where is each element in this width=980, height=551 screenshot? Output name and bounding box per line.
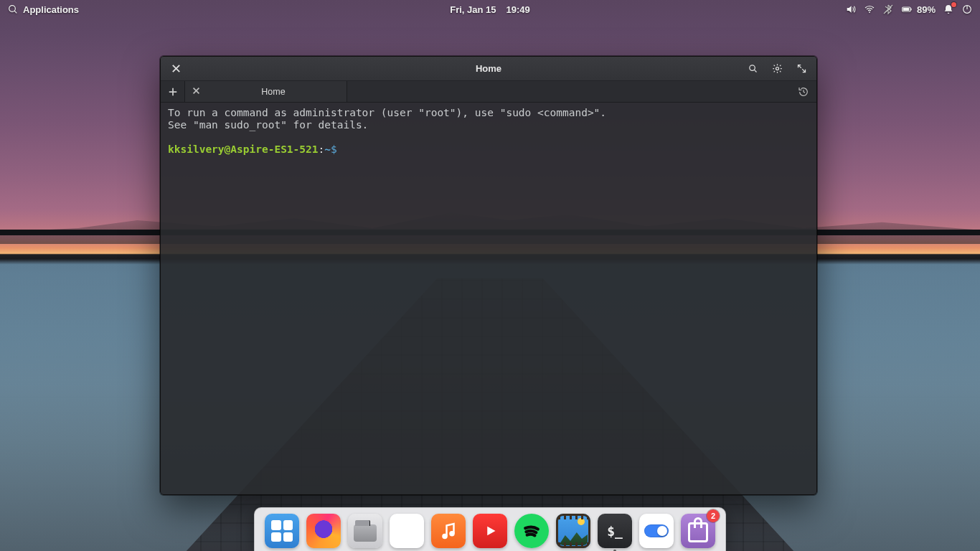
dock-multitasking[interactable] [265, 514, 299, 548]
bluetooth-disabled-indicator[interactable] [882, 4, 894, 15]
svg-point-0 [9, 6, 16, 12]
svg-point-13 [776, 67, 778, 70]
folder-icon [354, 524, 377, 542]
svg-line-12 [754, 70, 756, 72]
panel-date: Fri, Jan 15 [450, 4, 496, 15]
svg-point-2 [869, 11, 870, 13]
svg-point-18 [442, 534, 448, 540]
terminal-window: Home Home [160, 56, 817, 495]
photos-icon [578, 518, 585, 525]
panel-right: 89% [845, 4, 973, 15]
prompt-user-host: kksilvery@Aspire-ES1-521 [168, 143, 319, 155]
terminal-icon: $_ [607, 524, 623, 539]
sound-indicator[interactable] [845, 4, 857, 15]
terminal-line: To run a command as administrator (user … [168, 107, 606, 118]
gear-icon [772, 63, 783, 74]
close-icon [192, 87, 200, 95]
tab-label: Home [207, 87, 339, 97]
battery-indicator[interactable]: 89% [901, 4, 936, 15]
maximize-icon [796, 63, 807, 74]
terminal-menu-button[interactable] [768, 60, 786, 78]
panel-time: 19:49 [507, 4, 530, 15]
prompt-symbol: $ [331, 143, 337, 155]
dock-files[interactable] [348, 514, 382, 548]
spotify-icon [521, 520, 542, 542]
dock-calendar[interactable] [390, 514, 424, 548]
recently-closed-button[interactable] [791, 81, 816, 102]
top-panel: Applications Fri, Jan 15 19:49 89% [0, 0, 980, 19]
toggle-icon [644, 524, 669, 537]
dock-terminal[interactable]: $_ [598, 514, 632, 548]
dock-appcenter[interactable]: 2 [681, 514, 715, 548]
desktop: Applications Fri, Jan 15 19:49 89% [0, 0, 980, 551]
battery-percent: 89% [917, 4, 936, 15]
terminal-search-button[interactable] [743, 60, 762, 78]
applications-label: Applications [23, 4, 79, 15]
panel-left: Applications [7, 4, 79, 15]
terminal-output[interactable]: To run a command as administrator (user … [161, 103, 816, 494]
svg-point-11 [749, 65, 755, 71]
notifications-indicator[interactable] [943, 4, 954, 15]
svg-rect-6 [903, 8, 910, 11]
dock-spotify[interactable] [514, 514, 549, 548]
dock-youtube[interactable] [473, 514, 507, 548]
svg-point-19 [449, 531, 455, 537]
session-power-indicator[interactable] [961, 4, 973, 15]
window-maximize-button[interactable] [792, 60, 811, 78]
dock-music[interactable] [431, 514, 466, 548]
close-icon [171, 63, 182, 74]
battery-icon [901, 4, 913, 15]
svg-marker-20 [487, 527, 495, 536]
history-icon [798, 86, 809, 98]
plus-icon [168, 87, 178, 97]
appcenter-icon [688, 522, 708, 542]
window-titlebar[interactable]: Home [161, 57, 816, 81]
network-wifi-indicator[interactable] [864, 4, 875, 15]
dock-firefox[interactable] [306, 514, 341, 548]
search-icon [7, 4, 19, 15]
search-icon [748, 63, 758, 74]
svg-rect-5 [910, 9, 911, 11]
dock-photos[interactable] [556, 514, 590, 548]
play-icon [479, 520, 501, 542]
new-tab-button[interactable] [161, 81, 185, 102]
applications-menu[interactable]: Applications [7, 4, 79, 15]
prompt-cwd: ~ [324, 143, 331, 155]
window-close-button[interactable] [166, 60, 185, 78]
window-title: Home [476, 63, 501, 74]
dock: $_ 2 [254, 507, 726, 551]
tab-close-button[interactable] [192, 87, 200, 97]
updates-badge: 2 [707, 509, 720, 522]
prompt-separator: : [319, 143, 325, 155]
calendar-grid-icon [402, 522, 412, 548]
multitasking-icon [271, 520, 293, 542]
music-note-icon [438, 520, 459, 542]
terminal-tab[interactable]: Home [185, 81, 347, 102]
dock-tweaks[interactable] [639, 514, 674, 548]
terminal-line: See "man sudo_root" for details. [168, 119, 368, 131]
svg-line-1 [14, 11, 17, 13]
panel-center[interactable]: Fri, Jan 15 19:49 [450, 4, 530, 15]
terminal-tab-bar: Home [161, 81, 816, 103]
